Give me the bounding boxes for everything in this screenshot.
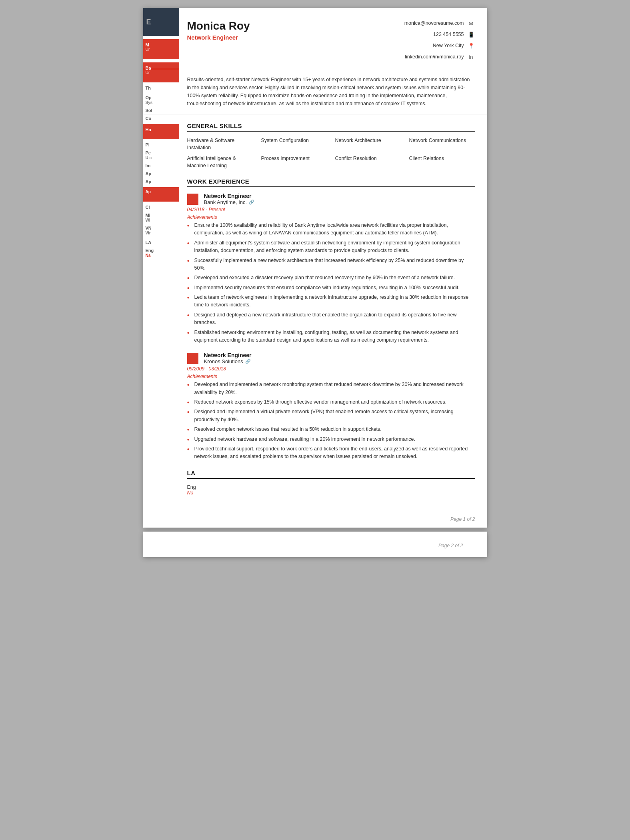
contact-phone: 123 454 5555 📱 <box>387 30 475 38</box>
job-1-bullet-2: Administer all equipment's system softwa… <box>187 239 475 255</box>
skill-5: Artificial Intelligence &Machine Learnin… <box>187 155 253 169</box>
main-content: GENERAL SKILLS Hardware & SoftwareInstal… <box>143 114 487 512</box>
job-1-bullet-6: Led a team of network engineers in imple… <box>187 294 475 309</box>
job-2-bullet-5: Upgraded network hardware and software, … <box>187 436 475 443</box>
job-1-bullet-1: Ensure the 100% availability and reliabi… <box>187 222 475 237</box>
location-icon: 📍 <box>467 42 475 50</box>
skill-1: Hardware & SoftwareInstallation <box>187 137 253 151</box>
linkedin-text: linkedin.com/in/monica.roy <box>405 54 464 60</box>
location-text: New York City <box>433 43 464 48</box>
job-2-bullet-3: Designed and implemented a virtual priva… <box>187 408 475 424</box>
resume-page-1: E M Ur Ba Ur Th OpSys Sol Co Ha Pl PeU c… <box>143 8 487 528</box>
job-1-company-name: Bank Anytime, Inc. <box>204 199 247 205</box>
candidate-name: Monica Roy <box>187 19 250 33</box>
sidebar-item-th: Th <box>143 82 179 94</box>
work-experience-title: WORK EXPERIENCE <box>187 178 475 187</box>
job-1-header: Network Engineer Bank Anytime, Inc. 🔗 <box>187 193 475 205</box>
sidebar-item-ap-red: Ap <box>146 190 177 194</box>
job-1-bullet-7: Designed and deployed a new network infr… <box>187 311 475 327</box>
contact-linkedin: linkedin.com/in/monica.roy in <box>387 53 475 61</box>
sidebar-item-sol: Sol <box>143 106 179 114</box>
skills-section: GENERAL SKILLS Hardware & SoftwareInstal… <box>187 122 475 169</box>
candidate-title: Network Engineer <box>187 34 250 41</box>
language-name: Eng <box>187 484 196 490</box>
sidebar-red-ap: Ap <box>143 187 179 202</box>
sidebar-red-ha: Ha <box>143 124 179 139</box>
page-2-text: Page 2 of 2 <box>438 543 463 548</box>
skill-3: Network Architecture <box>335 137 401 151</box>
skill-6: Process Improvement <box>261 155 327 169</box>
sidebar-item-cl: Cl <box>143 202 179 211</box>
phone-icon: 📱 <box>467 30 475 38</box>
sidebar-item-co: Co <box>143 114 179 122</box>
skills-grid: Hardware & SoftwareInstallation System C… <box>187 137 475 169</box>
sidebar-item-ap1: Ap <box>143 170 179 178</box>
job-1-dates: 04/2018 - Present <box>187 207 475 212</box>
sidebar-item-eng: EngNa <box>143 246 179 259</box>
job-1-accent <box>187 194 198 205</box>
job-2: Network Engineer Kronos Solutions 🔗 09/2… <box>187 352 475 460</box>
sidebar-item-op: OpSys <box>143 94 179 106</box>
work-experience-section: WORK EXPERIENCE Network Engineer Bank An… <box>187 178 475 461</box>
job-2-header: Network Engineer Kronos Solutions 🔗 <box>187 352 475 364</box>
job-2-title: Network Engineer <box>204 352 252 358</box>
phone-text: 123 454 5555 <box>433 32 464 37</box>
job-2-bullet-4: Resolved complex network issues that res… <box>187 426 475 433</box>
external-link-icon-1: 🔗 <box>249 200 254 205</box>
sidebar-item-vn: VNVir <box>143 224 179 237</box>
resume-page-2: Page 2 of 2 <box>143 532 487 557</box>
sidebar-item-ur2: Ur <box>146 70 177 75</box>
page-indicator-text: Page 1 of 2 <box>450 516 475 522</box>
job-1-bullet-8: Established networking environment by in… <box>187 329 475 344</box>
languages-title: LA <box>187 470 475 479</box>
sidebar-item-pl: Pl <box>143 139 179 149</box>
contact-email: monica@novoresume.com ✉ <box>387 19 475 27</box>
job-1: Network Engineer Bank Anytime, Inc. 🔗 04… <box>187 193 475 344</box>
summary-text: Results-oriented, self-starter Network E… <box>187 76 475 108</box>
job-1-achievements-label: Achievements <box>187 214 475 220</box>
job-2-bullet-1: Developed and implemented a network moni… <box>187 381 475 396</box>
job-2-company: Kronos Solutions 🔗 <box>204 358 252 364</box>
email-text: monica@novoresume.com <box>404 20 464 26</box>
resume-header: Monica Roy Network Engineer monica@novor… <box>143 8 487 69</box>
job-1-bullets: Ensure the 100% availability and reliabi… <box>187 222 475 344</box>
sidebar-item-mi: MiWi <box>143 211 179 224</box>
job-2-bullet-6: Provided technical support, responded to… <box>187 445 475 461</box>
languages-section: LA Eng Na <box>187 470 475 496</box>
contact-location: New York City 📍 <box>387 42 475 50</box>
linkedin-icon: in <box>467 53 475 61</box>
skills-section-title: GENERAL SKILLS <box>187 122 475 132</box>
skill-8: Client Relations <box>409 155 475 169</box>
sidebar-item-pe: PeU c <box>143 149 179 162</box>
job-1-title-block: Network Engineer Bank Anytime, Inc. 🔗 <box>204 193 255 205</box>
sidebar-item-ap2: Ap <box>143 178 179 186</box>
external-link-icon-2: 🔗 <box>245 359 251 364</box>
sidebar-item-la: LA <box>143 237 179 246</box>
job-2-achievements-label: Achievements <box>187 374 475 379</box>
language-item: Eng Na <box>187 484 475 496</box>
job-1-bullet-4: Developed and executed a disaster recove… <box>187 274 475 282</box>
skill-7: Conflict Resolution <box>335 155 401 169</box>
candidate-summary: Results-oriented, self-starter Network E… <box>143 69 487 114</box>
job-2-bullets: Developed and implemented a network moni… <box>187 381 475 460</box>
skill-4: Network Communications <box>409 137 475 151</box>
job-2-dates: 09/2009 - 03/2018 <box>187 366 475 372</box>
contact-info: monica@novoresume.com ✉ 123 454 5555 📱 N… <box>387 19 475 61</box>
header-name-block: Monica Roy Network Engineer <box>187 19 250 61</box>
sidebar-left: E M Ur Ba Ur Th OpSys Sol Co Ha Pl PeU c… <box>143 8 179 528</box>
job-2-company-name: Kronos Solutions <box>204 358 243 364</box>
job-2-bullet-2: Reduced network expenses by 15% through … <box>187 398 475 406</box>
job-1-bullet-5: Implemented security measures that ensur… <box>187 284 475 292</box>
job-1-bullet-3: Successfully implemented a new network a… <box>187 257 475 272</box>
sidebar-item-im: Im <box>143 162 179 170</box>
job-1-company: Bank Anytime, Inc. 🔗 <box>204 199 255 205</box>
job-2-accent <box>187 353 198 364</box>
skill-2: System Configuration <box>261 137 327 151</box>
page-indicator-2: Page 2 of 2 <box>187 540 475 552</box>
page-indicator-1: Page 1 of 2 <box>143 512 487 528</box>
language-level: Na <box>187 490 194 496</box>
sidebar-item-ha: Ha <box>146 127 177 132</box>
job-1-title: Network Engineer <box>204 193 255 199</box>
email-icon: ✉ <box>467 19 475 27</box>
job-2-title-block: Network Engineer Kronos Solutions 🔗 <box>204 352 252 364</box>
